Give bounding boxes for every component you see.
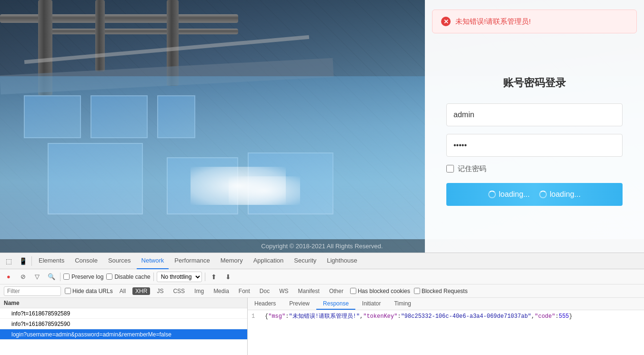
blocked-requests-checkbox[interactable]	[414, 288, 420, 294]
preserve-log-text: Preserve log	[71, 274, 103, 280]
hide-data-urls-label: Hide data URLs	[65, 288, 113, 294]
devtools-toolbar: ● ⊘ ▽ 🔍 Preserve log Disable cache No th…	[0, 269, 644, 284]
search-button[interactable]: 🔍	[46, 271, 57, 283]
resp-tab-timing[interactable]: Timing	[387, 298, 418, 310]
filter-button[interactable]: ▽	[31, 271, 43, 283]
login-title: 账号密码登录	[446, 76, 623, 90]
response-body: 1 {"msg":"未知错误!请联系管理员!","tokenKey":"98c2…	[248, 310, 644, 355]
filter-input[interactable]	[4, 286, 61, 296]
list-item[interactable]: info?t=1618678592589	[0, 308, 247, 319]
list-item-selected[interactable]: login?username=admin&password=admin&reme…	[0, 329, 247, 340]
error-icon: ✕	[441, 17, 451, 26]
tab-elements[interactable]: Elements	[34, 253, 69, 269]
has-blocked-cookies-checkbox[interactable]	[350, 288, 356, 294]
preserve-log-label: Preserve log	[63, 274, 103, 280]
pipe-h2	[48, 29, 238, 34]
preserve-log-checkbox[interactable]	[63, 274, 70, 280]
download-button[interactable]: ⬇	[222, 271, 234, 283]
tab-application[interactable]: Application	[249, 253, 289, 269]
resp-json-line: 1 {"msg":"未知错误!请联系管理员!","tokenKey":"98c2…	[252, 312, 640, 321]
disable-cache-checkbox[interactable]	[106, 274, 112, 280]
hide-data-urls-checkbox[interactable]	[65, 288, 71, 294]
blocked-requests-label: Blocked Requests	[414, 288, 468, 294]
tab-performance[interactable]: Performance	[170, 253, 214, 269]
disable-cache-text: Disable cache	[114, 274, 150, 280]
tab-lighthouse[interactable]: Lighthouse	[322, 253, 362, 269]
filter-css-btn[interactable]: CSS	[170, 287, 188, 295]
error-message: 未知错误!请联系管理员!	[455, 17, 531, 26]
tab-divider-1	[31, 256, 32, 266]
filter-img-btn[interactable]: Img	[191, 287, 207, 295]
devtools-tabs-row: ⬚ 📱 Elements Console Sources Network Per…	[0, 253, 644, 269]
login-form: 账号密码登录 记住密码 loading... loading...	[446, 76, 623, 206]
copyright-text: Copyright © 2018-2021 All Rights Reserve…	[261, 243, 382, 250]
toolbar-divider-3	[205, 273, 205, 281]
filter-font-btn[interactable]: Font	[236, 287, 253, 295]
response-tabs: Headers Preview Response Initiator Timin…	[248, 298, 644, 310]
loading-text-2: loading...	[550, 190, 581, 199]
password-input[interactable]	[446, 134, 623, 157]
resp-tab-response[interactable]: Response	[316, 298, 355, 310]
resp-json-content: {"msg":"未知错误!请联系管理员!","tokenKey":"98c253…	[265, 312, 573, 321]
login-button[interactable]: loading... loading...	[446, 183, 623, 206]
has-blocked-cookies-label: Has blocked cookies	[350, 288, 410, 294]
upload-button[interactable]: ⬆	[208, 271, 220, 283]
loading-part-1: loading...	[488, 190, 530, 199]
devtools-content: Name info?t=1618678592589 info?t=1618678…	[0, 298, 644, 355]
tab-console[interactable]: Console	[70, 253, 102, 269]
toolbar-divider-1	[60, 273, 60, 281]
filter-manifest-btn[interactable]: Manifest	[295, 287, 322, 295]
filter-all-btn[interactable]: All	[117, 287, 129, 295]
pipe-h1	[0, 14, 238, 23]
devtools-list: Name info?t=1618678592589 info?t=1618678…	[0, 298, 248, 355]
resp-tab-initiator[interactable]: Initiator	[355, 298, 387, 310]
devtools-filter-row: Hide data URLs All XHR JS CSS Img Media …	[0, 284, 644, 298]
disable-cache-label: Disable cache	[106, 274, 150, 280]
has-blocked-cookies-text: Has blocked cookies	[358, 288, 410, 294]
cloud2	[229, 176, 300, 205]
throttle-select[interactable]: No throttling	[157, 272, 202, 282]
stop-button[interactable]: ⊘	[17, 271, 29, 283]
devtools-panel: ⬚ 📱 Elements Console Sources Network Per…	[0, 253, 644, 355]
devtools-pointer-icon[interactable]: ⬚	[2, 254, 15, 268]
remember-label: 记住密码	[458, 164, 486, 173]
remember-checkbox[interactable]	[446, 165, 454, 172]
tab-network[interactable]: Network	[137, 253, 169, 269]
spinner-2	[539, 191, 547, 198]
filter-media-btn[interactable]: Media	[211, 287, 232, 295]
resp-line-num: 1	[252, 312, 259, 321]
filter-ws-btn[interactable]: WS	[276, 287, 291, 295]
tab-memory[interactable]: Memory	[216, 253, 248, 269]
username-input[interactable]	[446, 103, 623, 126]
list-item-name-1: info?t=1618678592589	[11, 310, 243, 317]
loading-text-1: loading...	[499, 190, 530, 199]
filter-doc-btn[interactable]: Doc	[257, 287, 272, 295]
list-item-name-2: info?t=1618678592590	[11, 321, 243, 327]
blocked-requests-text: Blocked Requests	[422, 288, 468, 294]
pipe-v2	[95, 0, 105, 71]
hide-data-urls-text: Hide data URLs	[72, 288, 113, 294]
tab-sources[interactable]: Sources	[103, 253, 136, 269]
filter-xhr-btn[interactable]: XHR	[132, 287, 150, 295]
list-item-name-3: login?username=admin&password=admin&reme…	[11, 331, 243, 338]
record-button[interactable]: ●	[3, 271, 14, 283]
filter-js-btn[interactable]: JS	[154, 287, 166, 295]
loading-part-2: loading...	[539, 190, 581, 199]
devtools-device-icon[interactable]: 📱	[16, 254, 30, 268]
resp-tab-preview[interactable]: Preview	[282, 298, 316, 310]
filter-other-btn[interactable]: Other	[326, 287, 346, 295]
login-card: ✕ 未知错误!请联系管理员! 账号密码登录 记住密码 loading... lo…	[425, 0, 644, 253]
list-item[interactable]: info?t=1618678592590	[0, 319, 247, 329]
list-header: Name	[0, 298, 247, 308]
resp-tab-headers[interactable]: Headers	[248, 298, 282, 310]
spinner-1	[488, 191, 496, 198]
remember-row: 记住密码	[446, 164, 623, 173]
error-banner: ✕ 未知错误!请联系管理员!	[432, 10, 637, 33]
toolbar-divider-2	[153, 273, 154, 281]
tab-security[interactable]: Security	[289, 253, 321, 269]
devtools-response: Headers Preview Response Initiator Timin…	[248, 298, 644, 355]
